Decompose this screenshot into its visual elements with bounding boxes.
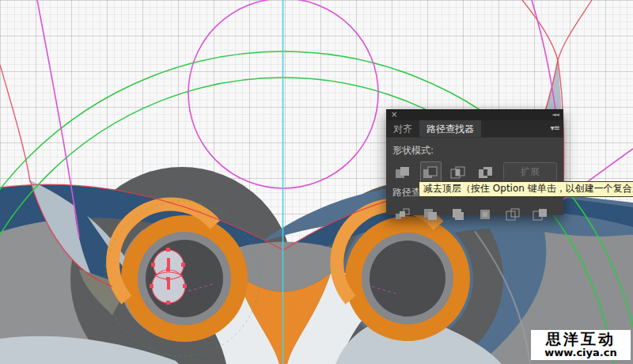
center-handle-top	[167, 258, 170, 268]
minus-back-icon	[533, 208, 548, 221]
exclude-button[interactable]	[476, 161, 497, 184]
minus-back-button[interactable]	[529, 203, 551, 226]
illustrator-artboard[interactable]: × ◄◄ 对齐 路径查找器 ▾≡ 形状模式:	[0, 0, 633, 364]
merge-icon	[450, 208, 466, 221]
outline-button[interactable]	[502, 203, 524, 226]
merge-button[interactable]	[447, 203, 468, 226]
shape-modes-label: 形状模式:	[392, 144, 557, 157]
panel-tabs: 对齐 路径查找器 ▾≡	[386, 120, 563, 138]
close-icon[interactable]: ×	[391, 111, 397, 119]
expand-button[interactable]: 扩展	[503, 162, 557, 183]
divide-icon	[395, 208, 411, 221]
shape-mode-row: 扩展	[392, 161, 557, 184]
outline-icon	[505, 208, 521, 221]
center-handle-bottom	[167, 279, 170, 290]
minus-front-button[interactable]	[420, 161, 442, 184]
crop-icon	[477, 208, 493, 221]
watermark-title: 思洋互动	[531, 331, 631, 347]
collapse-icon[interactable]: ◄◄	[552, 112, 559, 118]
crop-button[interactable]	[475, 203, 496, 226]
intersect-button[interactable]	[448, 161, 469, 184]
tab-pathfinder[interactable]: 路径查找器	[419, 120, 481, 137]
panel-menu-icon[interactable]: ▾≡	[551, 123, 559, 132]
tooltip: 减去顶层（按住 Option 键单击，以创建一个复合形状，扩	[419, 181, 633, 197]
trim-icon	[423, 208, 438, 221]
pathfinder-row	[392, 203, 557, 226]
pathfinder-panel: × ◄◄ 对齐 路径查找器 ▾≡ 形状模式:	[386, 109, 563, 215]
unite-button[interactable]	[392, 161, 414, 184]
minus-front-icon	[423, 166, 438, 179]
watermark: 思洋互动 www.ciya.cn	[531, 330, 631, 360]
divide-button[interactable]	[392, 203, 414, 226]
intersect-icon	[450, 166, 466, 179]
exclude-icon	[478, 166, 494, 179]
tab-align[interactable]: 对齐	[386, 120, 419, 137]
panel-header: × ◄◄	[386, 109, 563, 120]
unite-icon	[395, 166, 411, 179]
watermark-url: www.ciya.cn	[531, 347, 631, 358]
trim-button[interactable]	[420, 203, 442, 226]
